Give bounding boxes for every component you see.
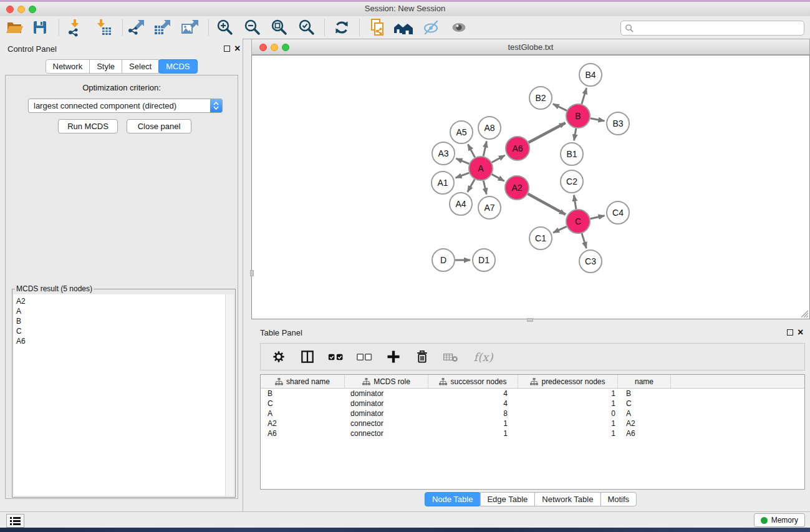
graph-edge-B-B2[interactable] [553,104,567,111]
task-history-button[interactable] [6,514,24,528]
result-item[interactable]: A6 [16,336,234,346]
graph-node-A6[interactable]: A6 [506,137,529,160]
result-item[interactable]: A [16,306,234,316]
table-cell[interactable]: dominator [345,399,428,408]
open-file-button[interactable] [4,17,25,37]
result-item[interactable]: C [16,326,234,336]
table-cell[interactable]: 1 [518,419,618,428]
graph-node-A7[interactable]: A7 [478,196,501,219]
memory-button[interactable]: Memory [754,513,805,527]
refresh-layout-button[interactable] [331,17,352,37]
table-cell[interactable]: 1 [428,419,518,428]
network-canvas[interactable]: AA1A2A3A4A5A6A7A8BB1B2B3B4CC1C2C3C4DD1 [251,55,810,319]
mcds-result-list[interactable]: A2ABCA6 [14,294,234,496]
zoom-out-button[interactable] [242,17,263,37]
graph-node-C2[interactable]: C2 [561,170,583,193]
network-graph[interactable]: AA1A2A3A4A5A6A7A8BB1B2B3B4CC1C2C3C4DD1 [252,56,809,319]
table-settings-button[interactable] [269,347,288,366]
deselect-all-button[interactable] [355,347,374,366]
import-network-button[interactable] [64,17,85,37]
graph-edge-C-C3[interactable] [582,233,586,248]
delete-row-button[interactable] [413,347,432,366]
table-cell[interactable]: 1 [428,429,518,438]
graph-node-C4[interactable]: C4 [607,201,629,224]
splitter-grip[interactable] [527,318,533,322]
graph-edge-C-C2[interactable] [574,195,576,210]
table-cell[interactable]: A2 [261,419,345,428]
search-input[interactable] [634,22,804,34]
graph-node-A5[interactable]: A5 [450,121,473,143]
tab-node-table[interactable]: Node Table [425,492,481,506]
export-image-button[interactable] [179,17,200,37]
node-table[interactable]: shared nameMCDS rolesuccessor nodesprede… [260,374,805,490]
table-cell[interactable]: B [261,389,345,398]
criterion-dropdown[interactable]: largest connected component (directed) [28,99,223,113]
hide-selected-button[interactable] [420,17,441,37]
graph-node-D[interactable]: D [432,249,455,271]
graph-edge-A2-C[interactable] [528,194,566,215]
table-cell[interactable]: B [618,389,671,398]
tab-edge-table[interactable]: Edge Table [480,492,535,506]
graph-node-D1[interactable]: D1 [473,249,495,271]
tab-network-table[interactable]: Network Table [534,492,600,506]
graph-edge-A-A4[interactable] [468,179,475,191]
import-table-button[interactable] [93,17,114,37]
table-cell[interactable]: 8 [428,409,518,418]
splitter-grip[interactable] [250,270,254,276]
graph-edge-A-A7[interactable] [483,181,486,195]
show-columns-button[interactable] [298,347,317,366]
select-all-button[interactable] [327,347,345,366]
table-cell[interactable]: 4 [428,389,518,398]
table-cell[interactable]: A [618,409,671,418]
table-row[interactable]: Bdominator41B [261,389,804,399]
column-header-predecessor-nodes[interactable]: predecessor nodes [518,375,618,388]
table-cell[interactable]: A6 [618,429,671,438]
delete-table-button[interactable] [441,347,460,366]
graph-edge-A-A5[interactable] [468,144,475,157]
first-neighbors-button[interactable] [393,17,414,37]
tab-motifs[interactable]: Motifs [600,492,637,506]
export-network-button[interactable] [125,17,147,37]
table-cell[interactable]: 1 [518,429,618,438]
graph-node-B2[interactable]: B2 [529,87,552,109]
clone-network-button[interactable] [367,17,388,37]
graph-edge-A-A8[interactable] [483,142,486,157]
graph-edge-B-B1[interactable] [574,128,576,141]
table-cell[interactable]: A6 [261,429,345,438]
graph-node-B3[interactable]: B3 [607,112,629,135]
tab-mcds[interactable]: MCDS [158,59,197,74]
table-row[interactable]: A2connector11A2 [261,418,804,428]
zoom-fit-button[interactable] [269,17,290,37]
graph-node-A4[interactable]: A4 [450,193,472,215]
function-builder-button[interactable]: f(x) [470,347,496,366]
table-row[interactable]: A6connector11A6 [261,428,804,438]
scrollbar-track[interactable] [225,294,234,496]
table-cell[interactable]: C [261,399,345,408]
zoom-in-button[interactable] [215,17,236,37]
column-header-successor-nodes[interactable]: successor nodes [428,375,518,388]
tab-style[interactable]: Style [89,59,122,74]
add-row-button[interactable] [384,347,403,366]
table-cell[interactable]: A [261,409,345,418]
table-cell[interactable]: 4 [428,399,518,408]
table-cell[interactable]: connector [345,429,428,438]
table-cell[interactable]: connector [345,419,428,428]
graph-edge-A6-B[interactable] [529,123,566,143]
table-cell[interactable]: C [618,399,671,408]
graph-node-C3[interactable]: C3 [579,250,602,273]
search-box[interactable] [620,21,804,36]
graph-node-A8[interactable]: A8 [478,117,501,139]
close-panel-button[interactable]: Close panel [127,119,191,133]
graph-node-B[interactable]: B [566,104,590,128]
save-session-button[interactable] [29,17,51,37]
graph-node-B1[interactable]: B1 [561,143,583,165]
graph-node-C[interactable]: C [566,210,590,233]
resize-grip-icon[interactable] [799,308,809,318]
graph-node-A2[interactable]: A2 [505,176,529,200]
close-panel-icon[interactable]: × [798,329,803,336]
export-table-button[interactable] [152,17,173,37]
table-cell[interactable]: 0 [518,409,618,418]
graph-node-A1[interactable]: A1 [432,172,454,194]
graph-edge-C-C4[interactable] [591,216,605,219]
graph-edge-B-B4[interactable] [582,88,587,104]
